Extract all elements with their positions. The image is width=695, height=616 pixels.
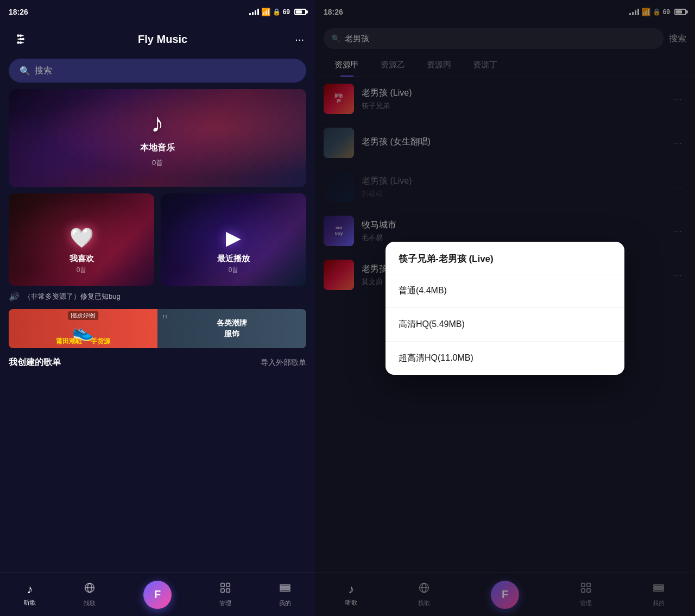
speaker-icon: 🔊 — [9, 291, 20, 301]
svg-rect-17 — [280, 587, 290, 589]
signal-icon — [249, 9, 259, 15]
status-icons-left: 📶 🔒 69 — [249, 8, 306, 16]
center-icon: F — [154, 588, 161, 601]
modal-option-2[interactable]: 超高清HQ(11.0MB) — [386, 342, 624, 375]
banner-count: 0首 — [152, 158, 163, 168]
favorites-title: 我喜欢 — [70, 254, 94, 264]
favorites-count: 0首 — [77, 266, 87, 275]
manage-label: 管理 — [219, 599, 231, 607]
modal-option-1[interactable]: 高清HQ(5.49MB) — [386, 308, 624, 342]
ad-right: " 各类潮牌服饰 — [157, 309, 306, 348]
profile-label: 我的 — [279, 599, 291, 607]
play-circle-icon: ▶ — [226, 227, 241, 249]
listen-icon: ♪ — [27, 582, 33, 596]
more-button[interactable]: ··· — [295, 33, 304, 46]
battery-label: 69 — [283, 8, 290, 16]
app-title: Fly Music — [138, 33, 187, 46]
modal-option-0[interactable]: 普通(4.4MB) — [386, 274, 624, 308]
recent-title: 最近播放 — [217, 254, 250, 264]
left-bottom-nav: ♪ 听歌 找歌 F — [0, 573, 315, 616]
wifi-icon: 📶 — [261, 8, 270, 16]
banner-title: 本地音乐 — [140, 142, 175, 154]
cards-row: 🤍 我喜欢 0首 ▶ 最近播放 0首 — [9, 193, 306, 286]
ad-text-right: 各类潮牌服饰 — [217, 318, 247, 339]
time-left: 18:26 — [9, 8, 28, 16]
ad-left: [低价好物] 👟 莆田潮鞋 一手货源 — [9, 309, 157, 348]
search-icon: 🔍 — [20, 66, 30, 76]
recent-count: 0首 — [229, 266, 239, 275]
music-note-icon: ♪ — [151, 108, 164, 138]
svg-point-8 — [17, 42, 19, 43]
search-text: 搜索 — [35, 65, 52, 77]
announcement-text: （非常多资源了）修复已知bug — [24, 292, 121, 301]
nav-listen[interactable]: ♪ 听歌 — [24, 582, 36, 607]
profile-icon — [279, 582, 291, 597]
svg-rect-15 — [226, 589, 230, 592]
right-panel: 18:26 📶 🔒 69 🔍 搜索 资源甲 资源乙 资源丙 资源丁 — [315, 0, 695, 616]
ad-text-left: 莆田潮鞋 一手货源 — [11, 337, 155, 346]
settings-icon[interactable] — [11, 29, 30, 49]
center-button[interactable]: F — [143, 581, 172, 609]
heart-icon: 🤍 — [70, 227, 94, 249]
nav-center[interactable]: F — [143, 581, 172, 609]
listen-label: 听歌 — [24, 599, 36, 607]
nav-profile[interactable]: 我的 — [279, 582, 291, 607]
manage-icon — [219, 582, 231, 597]
find-icon — [84, 582, 96, 597]
banner-content: ♪ 本地音乐 0首 — [140, 108, 175, 168]
lock-icon: 🔒 — [273, 8, 281, 16]
announcement-bar: 🔊 （非常多资源了）修复已知bug — [0, 286, 315, 307]
modal-overlay[interactable]: 筷子兄弟-老男孩 (Live) 普通(4.4MB) 高清HQ(5.49MB) 超… — [315, 0, 695, 616]
left-status-bar: 18:26 📶 🔒 69 — [0, 0, 315, 24]
find-label: 找歌 — [84, 599, 96, 607]
svg-rect-16 — [280, 585, 290, 587]
svg-point-7 — [22, 39, 24, 40]
svg-rect-13 — [226, 583, 230, 587]
nav-manage[interactable]: 管理 — [219, 582, 231, 607]
ad-banner[interactable]: [低价好物] 👟 莆田潮鞋 一手货源 " 各类潮牌服饰 — [9, 309, 306, 348]
modal-sheet: 筷子兄弟-老男孩 (Live) 普通(4.4MB) 高清HQ(5.49MB) 超… — [386, 242, 624, 375]
app-header: Fly Music ··· — [0, 24, 315, 54]
svg-rect-12 — [221, 583, 224, 587]
local-music-banner[interactable]: ♪ 本地音乐 0首 — [9, 89, 306, 187]
nav-find[interactable]: 找歌 — [84, 582, 96, 607]
quote-icon: " — [162, 311, 168, 329]
svg-point-6 — [17, 35, 19, 36]
recent-card[interactable]: ▶ 最近播放 0首 — [161, 193, 306, 286]
search-section: 🔍 搜索 — [0, 54, 315, 89]
main-content: ♪ 本地音乐 0首 🤍 我喜欢 0首 ▶ 最近播放 0首 🔊 （非常多资源了）修… — [0, 89, 315, 616]
playlist-title: 我创建的歌单 — [9, 357, 61, 368]
favorites-card[interactable]: 🤍 我喜欢 0首 — [9, 193, 154, 286]
battery-icon — [294, 9, 306, 15]
svg-rect-14 — [221, 589, 224, 592]
search-bar[interactable]: 🔍 搜索 — [9, 59, 306, 83]
left-panel: 18:26 📶 🔒 69 Fly Music ··· — [0, 0, 315, 616]
playlist-section: 我创建的歌单 导入外部歌单 — [0, 350, 315, 370]
svg-rect-18 — [280, 590, 290, 592]
ad-tag: [低价好物] — [68, 311, 98, 320]
modal-title: 筷子兄弟-老男孩 (Live) — [386, 242, 624, 274]
import-button[interactable]: 导入外部歌单 — [261, 358, 306, 368]
